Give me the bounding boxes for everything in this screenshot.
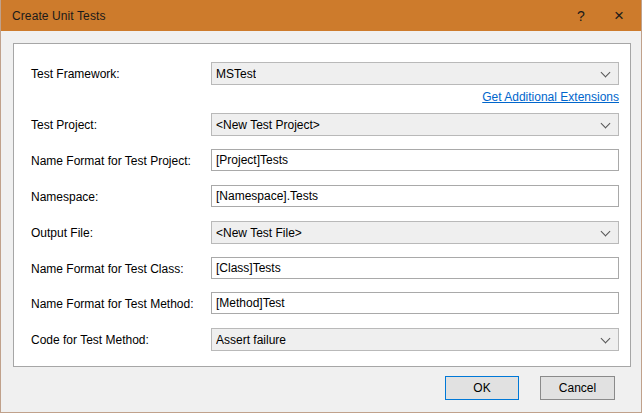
output-file-label: Output File: bbox=[31, 226, 93, 240]
name-format-test-method-label: Name Format for Test Method: bbox=[31, 297, 194, 311]
name-format-test-method-input[interactable] bbox=[211, 292, 619, 314]
row-namespace: Namespace: bbox=[31, 185, 619, 207]
test-framework-label: Test Framework: bbox=[31, 67, 120, 81]
code-for-test-method-value: Assert failure bbox=[216, 333, 286, 347]
chevron-down-icon bbox=[601, 334, 611, 344]
row-test-framework: Test Framework: MSTest bbox=[31, 62, 619, 85]
chevron-down-icon bbox=[601, 68, 611, 78]
form-panel: Test Framework: MSTest Get Additional Ex… bbox=[13, 43, 631, 367]
test-framework-combobox[interactable]: MSTest bbox=[211, 62, 619, 85]
row-test-project: Test Project: <New Test Project> bbox=[31, 113, 619, 136]
row-name-format-test-project: Name Format for Test Project: bbox=[31, 149, 619, 171]
row-output-file: Output File: <New Test File> bbox=[31, 221, 619, 244]
help-icon[interactable]: ? bbox=[562, 0, 600, 31]
namespace-input[interactable] bbox=[211, 185, 619, 207]
test-project-value: <New Test Project> bbox=[216, 118, 320, 132]
ok-button[interactable]: OK bbox=[445, 376, 519, 400]
name-format-test-project-label: Name Format for Test Project: bbox=[31, 154, 191, 168]
name-format-test-project-input[interactable] bbox=[211, 149, 619, 171]
close-icon[interactable]: × bbox=[600, 0, 638, 31]
name-format-test-class-input[interactable] bbox=[211, 257, 619, 279]
get-additional-extensions-link[interactable]: Get Additional Extensions bbox=[482, 90, 619, 104]
titlebar[interactable]: Create Unit Tests ? × bbox=[1, 0, 641, 31]
code-for-test-method-label: Code for Test Method: bbox=[31, 333, 149, 347]
create-unit-tests-dialog: Create Unit Tests ? × Test Framework: MS… bbox=[0, 0, 642, 413]
test-project-combobox[interactable]: <New Test Project> bbox=[211, 113, 619, 136]
test-project-label: Test Project: bbox=[31, 118, 97, 132]
cancel-button[interactable]: Cancel bbox=[540, 376, 615, 400]
row-name-format-test-method: Name Format for Test Method: bbox=[31, 292, 619, 314]
name-format-test-class-label: Name Format for Test Class: bbox=[31, 262, 183, 276]
code-for-test-method-combobox[interactable]: Assert failure bbox=[211, 328, 619, 351]
output-file-combobox[interactable]: <New Test File> bbox=[211, 221, 619, 244]
output-file-value: <New Test File> bbox=[216, 226, 302, 240]
row-code-for-test-method: Code for Test Method: Assert failure bbox=[31, 328, 619, 351]
namespace-label: Namespace: bbox=[31, 190, 98, 204]
chevron-down-icon bbox=[601, 119, 611, 129]
chevron-down-icon bbox=[601, 227, 611, 237]
test-framework-value: MSTest bbox=[216, 67, 256, 81]
dialog-title: Create Unit Tests bbox=[12, 9, 106, 23]
row-name-format-test-class: Name Format for Test Class: bbox=[31, 257, 619, 279]
